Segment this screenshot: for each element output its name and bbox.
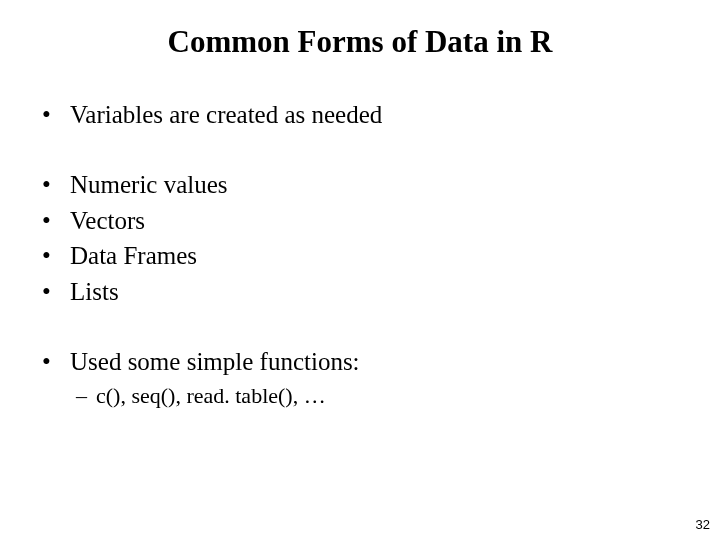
page-number: 32 — [696, 517, 710, 532]
bullet-item: • Vectors — [40, 204, 680, 238]
bullet-text: Variables are created as needed — [70, 98, 680, 132]
sub-text: c(), seq(), read. table(), … — [96, 381, 680, 411]
bullet-dot-icon: • — [40, 345, 70, 379]
bullet-dot-icon: • — [40, 275, 70, 309]
bullet-dot-icon: • — [40, 239, 70, 273]
bullet-item: • Lists — [40, 275, 680, 309]
bullet-text: Used some simple functions: — [70, 345, 680, 379]
sub-item: – c(), seq(), read. table(), … — [40, 381, 680, 411]
bullet-dot-icon: • — [40, 204, 70, 238]
bullet-text: Numeric values — [70, 168, 680, 202]
bullet-item: • Data Frames — [40, 239, 680, 273]
bullet-group-1: • Variables are created as needed — [40, 98, 680, 132]
bullet-item: • Numeric values — [40, 168, 680, 202]
dash-icon: – — [76, 381, 96, 411]
bullet-dot-icon: • — [40, 98, 70, 132]
bullet-text: Lists — [70, 275, 680, 309]
bullet-item: • Used some simple functions: — [40, 345, 680, 379]
bullet-text: Data Frames — [70, 239, 680, 273]
bullet-group-2: • Numeric values • Vectors • Data Frames… — [40, 168, 680, 309]
bullet-dot-icon: • — [40, 168, 70, 202]
slide-title: Common Forms of Data in R — [40, 24, 680, 60]
slide: Common Forms of Data in R • Variables ar… — [0, 0, 720, 540]
bullet-text: Vectors — [70, 204, 680, 238]
bullet-item: • Variables are created as needed — [40, 98, 680, 132]
bullet-group-3: • Used some simple functions: – c(), seq… — [40, 345, 680, 410]
